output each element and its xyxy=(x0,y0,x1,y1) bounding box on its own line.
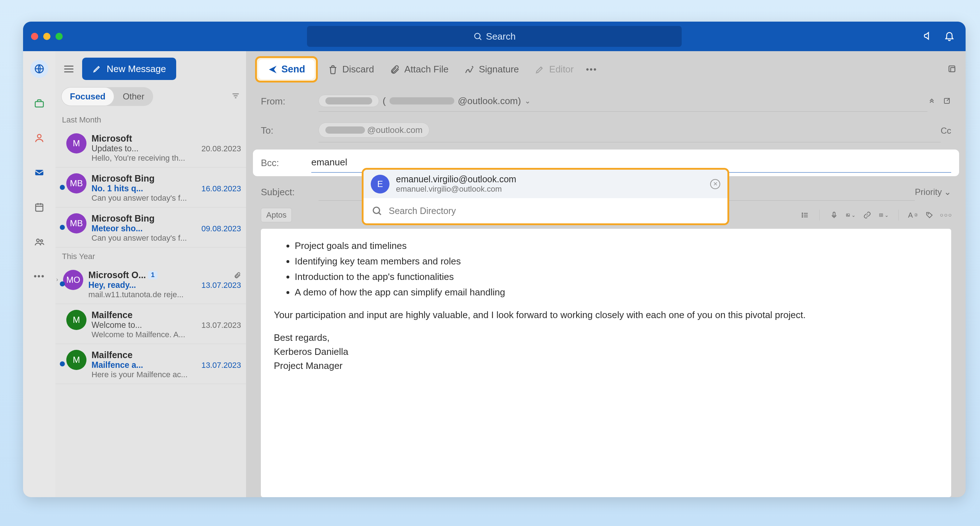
mail-subject: Updates to... xyxy=(92,144,138,154)
editor-icon xyxy=(535,65,545,75)
chevron-right-icon[interactable]: › xyxy=(56,277,58,299)
megaphone-icon[interactable] xyxy=(923,30,934,43)
mail-sender: Microsoft Bing xyxy=(92,213,241,224)
mail-date: 20.08.2023 xyxy=(201,144,241,154)
signature-label: Signature xyxy=(479,64,519,75)
rail-globe-icon[interactable] xyxy=(30,60,48,78)
suggestion-avatar: E xyxy=(371,175,390,194)
svg-line-1 xyxy=(480,38,481,40)
svg-rect-3 xyxy=(35,102,44,107)
body-paragraph: Your participation and input are highly … xyxy=(274,308,938,322)
regards-line: Best regards, xyxy=(274,331,938,345)
collapse-icon[interactable] xyxy=(928,97,936,106)
mail-preview: Welcome to Mailfence. A... xyxy=(92,330,241,339)
send-button[interactable]: Send xyxy=(258,59,315,79)
more-format-icon[interactable]: ○○○ xyxy=(941,210,951,220)
svg-point-22 xyxy=(802,213,803,214)
new-message-button[interactable]: New Message xyxy=(82,58,176,80)
cc-link[interactable]: Cc xyxy=(941,126,951,136)
table-icon[interactable]: ⌄ xyxy=(879,210,889,220)
chevron-down-icon[interactable]: ⌄ xyxy=(525,97,531,105)
avatar: MO xyxy=(63,270,83,290)
avatar: MB xyxy=(66,173,86,194)
mail-date: 16.08.2023 xyxy=(201,184,241,194)
to-row: To: @outlook.com Cc xyxy=(247,115,966,146)
group-header: This Year xyxy=(56,248,246,264)
svg-point-24 xyxy=(802,216,803,217)
tab-focused[interactable]: Focused xyxy=(61,87,114,106)
priority-label: Priority xyxy=(915,187,942,197)
list-icon[interactable] xyxy=(800,210,810,220)
mail-item[interactable]: M Mailfence Welcome to... 13.07.2023 Wel… xyxy=(56,304,246,344)
mail-preview: mail.w11.tutanota.de reje... xyxy=(88,290,241,299)
link-icon[interactable] xyxy=(862,210,872,220)
bullet-item: Identifying key team members and roles xyxy=(295,254,938,269)
discard-label: Discard xyxy=(342,64,374,75)
mail-date: 13.07.2023 xyxy=(201,281,241,290)
to-chip[interactable]: @outlook.com xyxy=(318,122,430,138)
send-highlight: Send xyxy=(255,56,318,83)
rail-people-icon[interactable] xyxy=(30,233,48,251)
rail-mail-icon[interactable] xyxy=(30,164,48,181)
email-body[interactable]: Project goals and timelines Identifying … xyxy=(261,229,951,497)
signature-icon xyxy=(465,65,474,75)
mail-preview: Can you answer today's f... xyxy=(92,234,241,243)
attachment-icon xyxy=(234,272,241,279)
search-placeholder: Search xyxy=(486,31,515,42)
mail-item[interactable]: MB Microsoft Bing No. 1 hits q... 16.08.… xyxy=(56,167,246,208)
suggestion-email: emanuel.virgilio@outlook.com xyxy=(396,184,704,194)
rail-more-icon[interactable]: ••• xyxy=(30,267,48,285)
search-directory-button[interactable]: Search Directory xyxy=(364,198,727,223)
mail-item[interactable]: M Mailfence Mailfence a... 13.07.2023 He… xyxy=(56,344,246,384)
suggestion-item[interactable]: E emanuel.virgilio@outlook.com emanuel.v… xyxy=(364,170,727,198)
discard-button[interactable]: Discard xyxy=(322,60,380,79)
search-bar[interactable]: Search xyxy=(307,26,682,47)
open-new-icon[interactable] xyxy=(943,97,951,106)
svg-rect-5 xyxy=(35,170,44,175)
new-message-label: New Message xyxy=(107,64,166,75)
from-chip[interactable] xyxy=(318,95,379,107)
bcc-input[interactable] xyxy=(311,157,951,168)
attach-button[interactable]: Attach File xyxy=(384,60,454,79)
minimize-window-icon[interactable] xyxy=(43,33,51,40)
mail-item[interactable]: › MO Microsoft O... 1 Hey, ready... 13.0… xyxy=(56,264,246,304)
search-icon xyxy=(371,205,382,216)
from-row: From: ( @outlook.com) ⌄ xyxy=(247,87,966,115)
image-icon[interactable]: ⌄ xyxy=(846,210,856,220)
redacted-text xyxy=(325,126,365,133)
mail-subject: Meteor sho... xyxy=(92,224,143,234)
text-style-icon[interactable]: A② xyxy=(908,210,918,220)
svg-point-4 xyxy=(37,134,41,138)
maximize-window-icon[interactable] xyxy=(56,33,63,40)
mail-date: 13.07.2023 xyxy=(201,321,241,330)
bullet-item: A demo of how the app can simplify email… xyxy=(295,285,938,299)
priority-dropdown[interactable]: Priority ⌄ xyxy=(915,187,951,197)
tab-other[interactable]: Other xyxy=(114,87,153,106)
mail-item[interactable]: MB Microsoft Bing Meteor sho... 09.08.20… xyxy=(56,208,246,248)
redacted-text xyxy=(390,97,454,105)
bell-icon[interactable] xyxy=(944,30,955,43)
mail-item[interactable]: M Microsoft Updates to... 20.08.2023 Hel… xyxy=(56,127,246,167)
rail-calendar-icon[interactable] xyxy=(30,198,48,216)
rail-person-icon[interactable] xyxy=(30,129,48,147)
close-icon[interactable]: ✕ xyxy=(710,179,720,189)
editor-button[interactable]: Editor xyxy=(529,60,579,79)
from-domain: @outlook.com) xyxy=(458,95,521,106)
close-window-icon[interactable] xyxy=(31,33,38,40)
font-selector[interactable]: Aptos xyxy=(261,208,292,222)
subject-label: Subject: xyxy=(261,187,318,198)
hamburger-icon[interactable] xyxy=(61,63,76,75)
rail-briefcase-icon[interactable] xyxy=(30,94,48,113)
send-icon xyxy=(268,65,278,75)
tag-icon[interactable] xyxy=(924,210,935,220)
filter-icon[interactable] xyxy=(231,91,240,102)
mic-icon[interactable] xyxy=(829,210,839,220)
popout-icon[interactable] xyxy=(947,69,957,75)
redacted-text xyxy=(325,97,372,105)
editor-label: Editor xyxy=(549,64,574,75)
signature-button[interactable]: Signature xyxy=(459,60,525,79)
svg-rect-16 xyxy=(949,65,955,72)
inbox-tabs: Focused Other xyxy=(61,87,153,106)
svg-point-0 xyxy=(474,33,480,38)
toolbar-more-icon[interactable]: ••• xyxy=(586,65,597,75)
